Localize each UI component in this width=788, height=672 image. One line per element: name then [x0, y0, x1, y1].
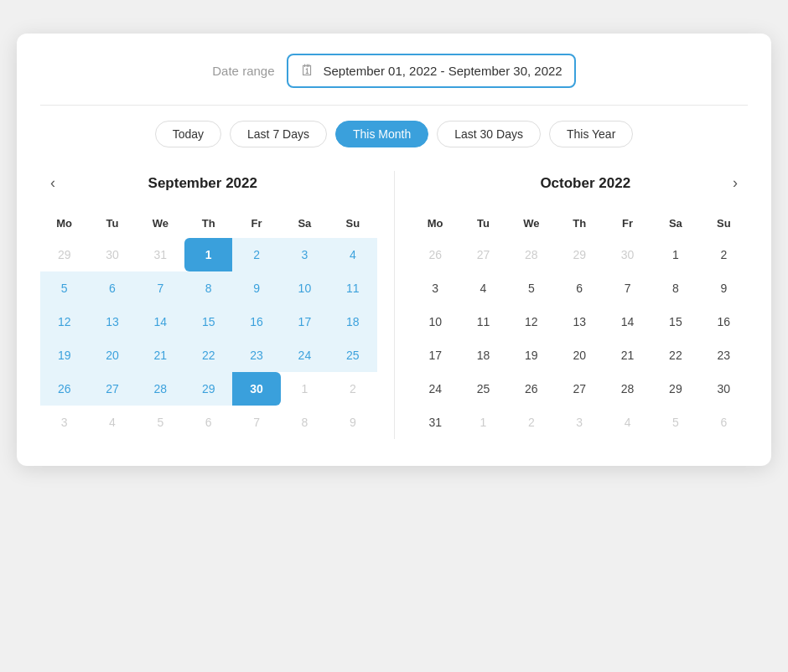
- day-cell-oct22[interactable]: 22: [651, 339, 699, 372]
- day-cell-28[interactable]: 28: [137, 372, 184, 406]
- day-cell-27[interactable]: 27: [88, 372, 136, 406]
- day-cell-oct28[interactable]: 28: [604, 372, 651, 406]
- day-cell-4[interactable]: 4: [329, 238, 376, 271]
- filter-this-year[interactable]: This Year: [549, 121, 633, 147]
- day-cell-6[interactable]: 6: [88, 271, 136, 305]
- day-cell[interactable]: 6: [700, 406, 748, 439]
- day-cell-2[interactable]: 2: [232, 238, 280, 271]
- day-cell-12[interactable]: 12: [40, 305, 88, 339]
- prev-month-button[interactable]: ‹: [44, 171, 62, 195]
- day-cell-16[interactable]: 16: [232, 305, 280, 339]
- day-cell-oct20[interactable]: 20: [556, 339, 604, 372]
- filter-last30[interactable]: Last 30 Days: [437, 121, 541, 147]
- day-cell[interactable]: 1: [281, 372, 329, 406]
- day-cell[interactable]: 26: [412, 238, 459, 271]
- divider: [40, 105, 748, 106]
- day-cell-10[interactable]: 10: [281, 271, 329, 305]
- day-cell-oct29[interactable]: 29: [651, 372, 699, 406]
- day-cell-oct11[interactable]: 11: [459, 305, 507, 339]
- day-cell[interactable]: 1: [459, 406, 507, 439]
- day-cell-5[interactable]: 5: [40, 271, 88, 305]
- day-cell[interactable]: 30: [88, 238, 136, 271]
- weekday-fr: Fr: [604, 212, 651, 238]
- day-cell-oct25[interactable]: 25: [459, 372, 507, 406]
- day-cell-oct14[interactable]: 14: [604, 305, 651, 339]
- day-cell-29[interactable]: 29: [184, 372, 232, 406]
- day-cell[interactable]: 29: [556, 238, 604, 271]
- day-cell-9[interactable]: 9: [232, 271, 280, 305]
- day-cell-oct3[interactable]: 3: [412, 271, 459, 305]
- day-cell[interactable]: 3: [40, 406, 88, 439]
- day-cell-oct17[interactable]: 17: [412, 339, 459, 372]
- calendars-row: ‹ September 2022 Mo Tu We Th Fr Sa Su: [40, 171, 748, 439]
- day-cell-oct7[interactable]: 7: [604, 271, 651, 305]
- day-cell-oct12[interactable]: 12: [507, 305, 555, 339]
- day-cell-30[interactable]: 30: [232, 372, 280, 406]
- day-cell-14[interactable]: 14: [137, 305, 184, 339]
- day-cell-oct13[interactable]: 13: [556, 305, 604, 339]
- left-month-title: September 2022: [148, 175, 257, 192]
- weekday-su: Su: [329, 212, 376, 238]
- day-cell-oct2[interactable]: 2: [700, 238, 748, 271]
- day-cell-oct23[interactable]: 23: [700, 339, 748, 372]
- day-cell[interactable]: 9: [329, 406, 376, 439]
- day-cell-oct5[interactable]: 5: [507, 271, 555, 305]
- day-cell-oct21[interactable]: 21: [604, 339, 651, 372]
- day-cell-15[interactable]: 15: [184, 305, 232, 339]
- date-range-row: Date range 🗓 September 01, 2022 - Septem…: [40, 54, 748, 88]
- day-cell-oct19[interactable]: 19: [507, 339, 555, 372]
- day-cell-oct15[interactable]: 15: [651, 305, 699, 339]
- filter-last7[interactable]: Last 7 Days: [230, 121, 327, 147]
- date-range-input[interactable]: 🗓 September 01, 2022 - September 30, 202…: [287, 54, 576, 88]
- day-cell-8[interactable]: 8: [184, 271, 232, 305]
- day-cell[interactable]: 5: [137, 406, 184, 439]
- day-cell-oct31[interactable]: 31: [412, 406, 459, 439]
- day-cell-23[interactable]: 23: [232, 339, 280, 372]
- day-cell-oct16[interactable]: 16: [700, 305, 748, 339]
- day-cell-7[interactable]: 7: [137, 271, 184, 305]
- table-row: 19 20 21 22 23 24 25: [40, 339, 377, 372]
- day-cell[interactable]: 7: [232, 406, 280, 439]
- day-cell[interactable]: 4: [604, 406, 651, 439]
- day-cell-19[interactable]: 19: [40, 339, 88, 372]
- day-cell-oct9[interactable]: 9: [700, 271, 748, 305]
- day-cell[interactable]: 28: [507, 238, 555, 271]
- day-cell-22[interactable]: 22: [184, 339, 232, 372]
- day-cell-oct26[interactable]: 26: [507, 372, 555, 406]
- day-cell[interactable]: 31: [137, 238, 184, 271]
- day-cell[interactable]: 6: [184, 406, 232, 439]
- day-cell-oct6[interactable]: 6: [556, 271, 604, 305]
- day-cell-3[interactable]: 3: [281, 238, 329, 271]
- day-cell-oct24[interactable]: 24: [412, 372, 459, 406]
- day-cell-1[interactable]: 1: [184, 238, 232, 271]
- day-cell-13[interactable]: 13: [88, 305, 136, 339]
- filter-today[interactable]: Today: [155, 121, 221, 147]
- day-cell-24[interactable]: 24: [281, 339, 329, 372]
- day-cell-oct10[interactable]: 10: [412, 305, 459, 339]
- day-cell[interactable]: 2: [329, 372, 376, 406]
- next-month-button[interactable]: ›: [726, 171, 744, 195]
- day-cell-25[interactable]: 25: [329, 339, 376, 372]
- day-cell[interactable]: 2: [507, 406, 555, 439]
- day-cell[interactable]: 5: [651, 406, 699, 439]
- day-cell-oct4[interactable]: 4: [459, 271, 507, 305]
- day-cell[interactable]: 27: [459, 238, 507, 271]
- weekday-sa: Sa: [281, 212, 329, 238]
- day-cell[interactable]: 3: [556, 406, 604, 439]
- day-cell[interactable]: 8: [281, 406, 329, 439]
- day-cell-oct30[interactable]: 30: [700, 372, 748, 406]
- day-cell-26[interactable]: 26: [40, 372, 88, 406]
- day-cell[interactable]: 4: [88, 406, 136, 439]
- day-cell-oct18[interactable]: 18: [459, 339, 507, 372]
- day-cell-oct1[interactable]: 1: [651, 238, 699, 271]
- day-cell-oct27[interactable]: 27: [556, 372, 604, 406]
- day-cell-21[interactable]: 21: [137, 339, 184, 372]
- day-cell-11[interactable]: 11: [329, 271, 376, 305]
- day-cell-17[interactable]: 17: [281, 305, 329, 339]
- filter-this-month[interactable]: This Month: [335, 121, 428, 147]
- day-cell-20[interactable]: 20: [88, 339, 136, 372]
- day-cell[interactable]: 29: [40, 238, 88, 271]
- day-cell-18[interactable]: 18: [329, 305, 376, 339]
- day-cell[interactable]: 30: [604, 238, 651, 271]
- day-cell-oct8[interactable]: 8: [651, 271, 699, 305]
